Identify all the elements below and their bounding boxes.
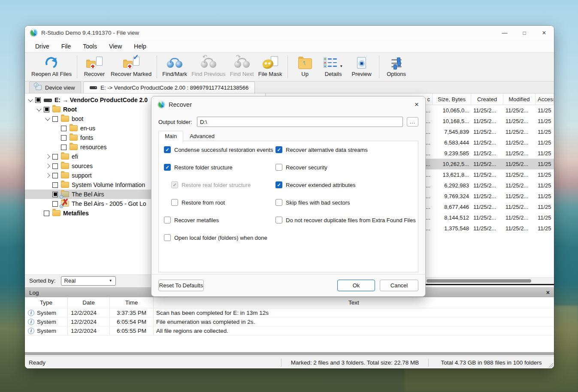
dialog-title-bar[interactable]: Recover × [151,96,425,113]
checkbox-recover-extended-attributes[interactable]: ✓ Recover extended attributes [275,181,356,188]
toolbar-separator [77,55,77,78]
log-column-type[interactable]: Type [25,297,68,308]
recover-button[interactable]: Recover [82,55,106,77]
info-icon: i [28,319,34,325]
folder-icon [61,116,69,122]
checkbox-restore-folder-structure[interactable]: ✓ Restore folder structure [164,164,233,171]
tree-checkbox[interactable] [52,173,58,178]
browse-button[interactable]: ... [407,117,418,127]
column-accessed[interactable]: Accessed [536,93,554,105]
details-dropdown-icon[interactable]: ▼ [339,64,343,68]
title-bar[interactable]: R-Studio Demo 9.4.191370 - File view — □… [25,26,554,40]
sliders-icon [390,55,402,70]
status-bar: Ready Marked: 2 files and 3 folders. Tot… [25,356,554,368]
chevron-right-icon[interactable] [44,153,52,160]
ok-button[interactable]: Ok [337,280,375,291]
chevron-right-icon[interactable] [44,162,52,170]
tree-checkbox[interactable] [52,154,58,160]
column-modified[interactable]: Modified [503,93,536,105]
menu-help[interactable]: Help [128,43,152,50]
preview-eye-icon [357,55,366,70]
column-created[interactable]: Created [471,93,503,105]
sorted-by-select[interactable]: Real ▼ [61,276,116,286]
checkbox-recover-metafiles[interactable]: Recover metafiles [164,217,219,223]
tree-checkbox[interactable] [44,107,49,112]
checkbox-open-local-folder-when-done[interactable]: Open local folder (folders) when done [164,234,267,241]
checkbox-restore-from-root[interactable]: Restore from root [171,199,225,206]
tab-drive-e[interactable]: E: -> VendorCo ProductCode 2.00 : 896979… [83,81,255,93]
tree-checkbox[interactable] [44,211,49,216]
tree-checkbox[interactable] [52,163,58,169]
tree-checkbox[interactable] [35,97,41,103]
log-column-time[interactable]: Time [110,297,154,308]
tree-checkbox[interactable] [61,135,67,141]
chevron-placeholder [44,181,52,189]
cancel-button[interactable]: Cancel [380,280,418,291]
checkbox-recover-alternative-data-streams[interactable]: ✓ Recover alternative data streams [275,146,368,153]
maximize-button[interactable]: □ [514,26,534,40]
rstudio-logo-icon [30,29,37,36]
log-row[interactable]: iSystem 12/2/2024 6:05:55 PM All file re… [25,326,554,335]
details-button[interactable]: ▼ Details [321,55,345,77]
mask-icon [263,55,278,70]
menu-view[interactable]: View [103,43,128,50]
file-mask-button[interactable]: File Mask [258,55,282,77]
status-ready: Ready [25,359,281,366]
toolbar-separator [157,55,157,78]
resize-grip[interactable] [548,362,553,368]
binoculars-next-icon: ↷ [234,55,250,70]
status-marked: Marked: 2 files and 3 folders. Total siz… [281,359,428,366]
recover-marked-button[interactable]: ✓ Recover Marked [111,55,151,77]
options-button[interactable]: Options [384,55,409,77]
checkbox-skip-files-with-bad-sectors[interactable]: Skip files with bad sectors [275,199,350,206]
reopen-all-files-button[interactable]: Reopen All Files [31,55,72,77]
checkbox-no-duplicate-extra-found-files[interactable]: Do not recover duplicate files from Extr… [275,217,416,223]
find-mark-button[interactable]: Find/Mark [162,55,187,77]
dialog-close-icon[interactable]: × [415,100,419,109]
output-folder-input[interactable] [197,117,403,127]
chevron-placeholder [44,200,52,208]
log-close-icon[interactable]: × [546,289,550,296]
log-hscrollbar[interactable] [25,352,554,355]
toolbar-separator [287,55,288,78]
checkbox-recover-security[interactable]: Recover security [275,164,327,171]
tab-advanced[interactable]: Advanced [183,131,221,142]
tree-checkbox[interactable] [52,201,58,207]
preview-button[interactable]: Preview [350,55,374,77]
menu-file[interactable]: File [55,43,77,50]
menu-drive[interactable]: Drive [29,43,55,50]
tree-checkbox[interactable] [52,116,58,122]
output-folder-row: Output folder: ... [158,116,418,127]
tree-checkbox[interactable] [52,192,58,197]
recover-icon [86,55,103,70]
tree-checkbox[interactable] [61,126,67,131]
log-column-text[interactable]: Text [154,299,554,306]
chevron-down-icon[interactable] [44,115,52,123]
log-row[interactable]: iSystem 12/2/2024 3:37:35 PM Scan has be… [25,308,554,317]
column-size-bytes[interactable]: Size, Bytes [433,93,471,105]
folder-icon [70,144,78,150]
tab-main[interactable]: Main [158,131,183,142]
hscrollbar-thumb[interactable] [427,279,531,283]
minimize-button[interactable]: — [495,26,514,40]
close-button[interactable]: × [534,26,554,40]
toolbar: Reopen All Files Recover ✓ Recover Marke… [25,53,554,81]
drive-icon [44,99,52,102]
log-row[interactable]: iSystem 12/2/2024 6:05:54 PM File enumer… [25,317,554,326]
menu-tools[interactable]: Tools [77,43,103,50]
folder-icon [52,210,61,216]
chevron-down-icon[interactable] [27,96,35,104]
log-column-date[interactable]: Date [68,297,110,308]
chevron-down-icon[interactable] [35,106,43,113]
tree-checkbox[interactable] [61,145,67,150]
rstudio-logo-icon [158,101,165,108]
reopen-icon [45,55,57,70]
up-button[interactable]: ↑ Up [293,55,317,77]
tree-checkbox[interactable] [52,182,58,188]
reset-to-defaults-button[interactable]: Reset To Defaults [158,280,204,291]
tab-device-view[interactable]: i Device view [29,81,81,93]
checkbox-condense-restoration-events[interactable]: ✓ Condense successful restoration events [164,146,273,153]
chevron-right-icon[interactable] [44,172,52,179]
log-table-header: Type Date Time Text [25,297,554,308]
details-list-icon: ▼ [324,55,343,70]
